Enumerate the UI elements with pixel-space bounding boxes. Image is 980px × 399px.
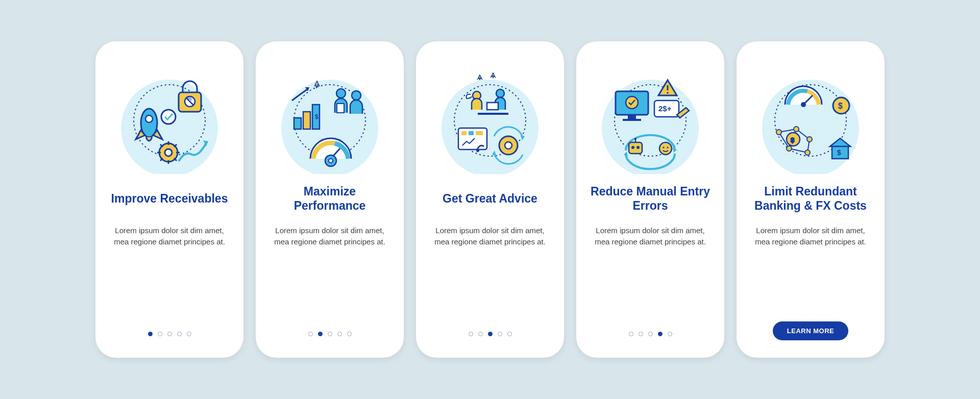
svg-point-80: [787, 146, 792, 151]
pagination-dots: [416, 332, 564, 336]
svg-point-31: [329, 159, 333, 163]
dot-5[interactable]: [347, 332, 352, 336]
svg-text:$: $: [791, 136, 795, 144]
dot-1[interactable]: [308, 332, 313, 336]
svg-text:$: $: [838, 102, 843, 110]
dot-4[interactable]: [658, 332, 663, 336]
svg-rect-41: [476, 131, 483, 135]
svg-rect-49: [623, 119, 641, 121]
reduce-errors-icon: 2$+: [594, 62, 706, 174]
svg-point-81: [805, 150, 810, 155]
dot-5[interactable]: [668, 332, 672, 336]
svg-rect-55: [629, 142, 642, 154]
onboarding-card-5: $ $ $ Limit Redundant Banking & FX Costs…: [737, 41, 885, 358]
dot-1[interactable]: [469, 332, 473, 336]
svg-rect-37: [478, 113, 508, 115]
svg-text:2$+: 2$+: [658, 104, 672, 113]
onboarding-card-4: 2$+ Reduce Manual Entry Errors Lorem ips…: [576, 41, 724, 358]
svg-point-32: [442, 80, 538, 174]
svg-point-61: [663, 146, 664, 148]
svg-point-3: [145, 115, 153, 122]
dot-4[interactable]: [498, 332, 502, 336]
dot-4[interactable]: [177, 332, 182, 336]
improve-receivables-icon: %: [113, 62, 226, 174]
dot-2[interactable]: [639, 332, 643, 336]
svg-text:$: $: [315, 113, 318, 120]
svg-point-44: [505, 142, 512, 149]
svg-point-79: [807, 137, 812, 142]
svg-rect-39: [461, 131, 467, 135]
svg-text:$: $: [837, 148, 841, 157]
limit-costs-icon: $ $ $: [754, 62, 867, 174]
pagination-dots: [256, 332, 404, 336]
pagination-dots: [576, 332, 724, 336]
svg-point-27: [352, 91, 361, 100]
svg-point-59: [634, 138, 636, 140]
svg-point-57: [636, 146, 640, 149]
maximize-performance-icon: $: [274, 62, 386, 174]
dot-3[interactable]: [328, 332, 332, 336]
svg-point-10: [165, 149, 172, 156]
svg-point-52: [667, 92, 669, 94]
svg-point-35: [496, 89, 504, 97]
dot-5[interactable]: [187, 332, 191, 336]
dot-2[interactable]: [478, 332, 483, 336]
svg-point-77: [776, 130, 781, 135]
dot-3[interactable]: [167, 332, 172, 336]
learn-more-button[interactable]: LEARN MORE: [773, 321, 848, 340]
svg-rect-26: [337, 104, 344, 113]
card-description: Lorem ipsum dolor sit dim amet, mea regi…: [751, 225, 870, 247]
svg-point-78: [794, 127, 799, 132]
dot-2[interactable]: [318, 332, 323, 336]
card-description: Lorem ipsum dolor sit dim amet, mea regi…: [270, 225, 389, 247]
card-description: Lorem ipsum dolor sit dim amet, mea regi…: [430, 225, 550, 247]
onboarding-card-3: Get Great Advice Lorem ipsum dolor sit d…: [416, 41, 564, 358]
onboarding-card-1: % Improve Receivables Lorem ipsum dolo: [95, 41, 243, 358]
svg-point-60: [659, 142, 672, 155]
dot-3[interactable]: [648, 332, 653, 336]
svg-rect-21: [294, 118, 301, 129]
svg-text:%: %: [187, 96, 192, 102]
dot-3[interactable]: [488, 332, 493, 336]
pagination-dots: [95, 332, 243, 336]
svg-point-8: [161, 110, 176, 124]
get-advice-icon: [434, 62, 546, 174]
svg-point-25: [336, 89, 346, 98]
svg-rect-22: [303, 112, 310, 129]
card-title: Reduce Manual Entry Errors: [591, 184, 710, 214]
card-title: Improve Receivables: [111, 184, 228, 214]
dot-5[interactable]: [507, 332, 512, 336]
card-title: Get Great Advice: [443, 184, 537, 214]
svg-point-42: [476, 149, 479, 152]
svg-point-56: [631, 146, 634, 149]
onboarding-card-2: $: [256, 41, 404, 358]
svg-rect-40: [469, 131, 474, 135]
dot-4[interactable]: [337, 332, 342, 336]
svg-rect-36: [487, 103, 498, 110]
card-description: Lorem ipsum dolor sit dim amet, mea regi…: [591, 225, 710, 247]
dot-1[interactable]: [629, 332, 633, 336]
dot-2[interactable]: [158, 332, 162, 336]
card-description: Lorem ipsum dolor sit dim amet, mea regi…: [110, 225, 229, 247]
svg-rect-48: [628, 115, 636, 119]
svg-point-62: [667, 146, 668, 148]
dot-1[interactable]: [148, 332, 153, 336]
card-title: Limit Redundant Banking & FX Costs: [751, 184, 870, 214]
card-title: Maximize Performance: [270, 184, 389, 214]
